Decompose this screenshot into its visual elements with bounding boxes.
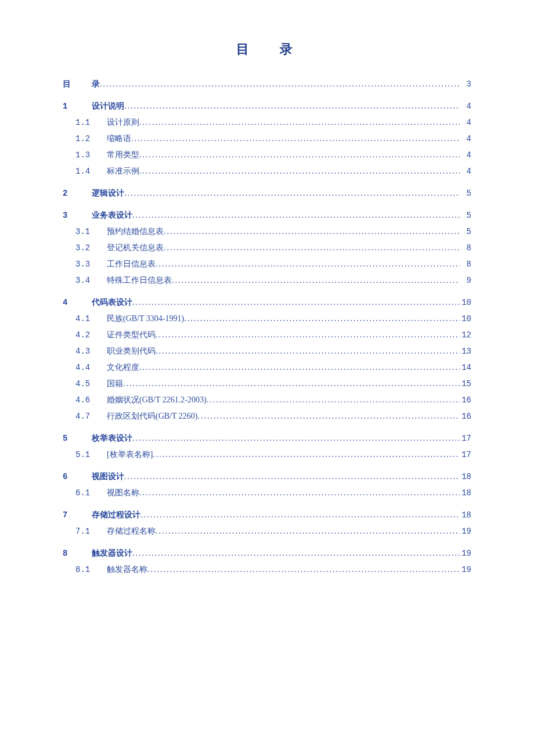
toc-entry-label: 逻辑设计 xyxy=(92,187,124,199)
toc-entry[interactable]: 6视图设计 18 xyxy=(63,470,471,483)
toc-leader-dots xyxy=(197,410,460,422)
toc-entry-page: 8 xyxy=(460,258,471,271)
toc-leader-dots xyxy=(147,563,460,575)
toc-entry-label: 常用类型 xyxy=(107,149,139,161)
toc-entry-number: 4.4 xyxy=(75,362,102,374)
toc-entry-page: 4 xyxy=(460,100,471,113)
toc-leader-dots xyxy=(131,132,460,145)
toc-leader-dots xyxy=(123,377,460,390)
toc-entry-page: 17 xyxy=(460,449,471,461)
toc-entry[interactable]: 3.2登记机关信息表 8 xyxy=(75,242,471,254)
toc-entry-label: 登记机关信息表 xyxy=(107,242,164,254)
toc-entry-page: 16 xyxy=(460,394,471,406)
toc-entry[interactable]: 4.1民族(GB/T 3304-1991) 10 xyxy=(75,312,471,325)
toc-entry-page: 4 xyxy=(460,133,471,145)
toc-entry-number: 3.3 xyxy=(75,258,102,271)
toc-entry[interactable]: 3.4特殊工作日信息表 9 xyxy=(75,274,471,287)
toc-entry-number: 4 xyxy=(63,297,89,309)
toc-entry-label: 设计说明 xyxy=(92,100,124,112)
toc-entry-page: 9 xyxy=(460,275,471,287)
toc-entry-label: 枚举表设计 xyxy=(92,432,132,444)
toc-entry-number: 4.1 xyxy=(75,313,102,325)
toc-entry[interactable]: 4.5国籍 15 xyxy=(75,377,471,390)
toc-entry[interactable]: 8触发器设计 19 xyxy=(63,547,471,560)
toc-entry[interactable]: 1设计说明 4 xyxy=(63,100,471,113)
toc-entry-number: 1.4 xyxy=(75,165,102,178)
toc-leader-dots xyxy=(184,312,460,325)
toc-entry-number: 5.1 xyxy=(75,449,102,461)
toc-leader-dots xyxy=(132,296,460,308)
toc-leader-dots xyxy=(139,487,460,499)
toc-entry[interactable]: 1.2缩略语 4 xyxy=(75,132,471,145)
toc-entry[interactable]: 1.4标准示例 4 xyxy=(75,165,471,178)
table-of-contents: 目录 31设计说明 41.1设计原则 41.2缩略语 41.3常用类型 41.4… xyxy=(63,78,471,576)
toc-entry-number: 6 xyxy=(63,471,89,483)
toc-entry-label: 婚姻状况(GB/T 2261.2-2003) xyxy=(107,394,207,406)
toc-entry[interactable]: 2逻辑设计 5 xyxy=(63,187,471,200)
toc-entry-label: [枚举表名称] xyxy=(107,448,153,460)
toc-entry-label: 存储过程设计 xyxy=(92,509,140,521)
toc-entry-number: 3.1 xyxy=(75,226,102,238)
toc-entry-number: 4.2 xyxy=(75,329,102,341)
toc-entry-page: 5 xyxy=(460,226,471,238)
toc-entry-number: 4.6 xyxy=(75,394,102,406)
toc-entry-page: 19 xyxy=(460,548,471,560)
toc-entry[interactable]: 3.3工作日信息表 8 xyxy=(75,258,471,271)
toc-leader-dots xyxy=(156,329,460,341)
toc-entry-page: 17 xyxy=(460,433,471,445)
toc-entry-label: 业务表设计 xyxy=(92,209,132,221)
toc-entry[interactable]: 4.4文化程度 14 xyxy=(75,361,471,374)
toc-entry[interactable]: 7.1存储过程名称 19 xyxy=(75,525,471,538)
toc-entry[interactable]: 5枚举表设计 17 xyxy=(63,432,471,445)
toc-entry[interactable]: 1.3常用类型 4 xyxy=(75,149,471,161)
page-title: 目录 xyxy=(63,41,471,58)
toc-entry[interactable]: 4.2证件类型代码 12 xyxy=(75,329,471,341)
toc-entry-page: 15 xyxy=(460,378,471,390)
toc-entry-number: 2 xyxy=(63,188,89,200)
toc-entry-number: 4.7 xyxy=(75,411,102,423)
toc-entry-label: 国籍 xyxy=(107,377,123,390)
toc-entry-label: 触发器名称 xyxy=(107,563,147,575)
toc-entry-page: 3 xyxy=(460,78,471,91)
toc-entry[interactable]: 1.1设计原则 4 xyxy=(75,116,471,129)
toc-entry[interactable]: 4.6婚姻状况(GB/T 2261.2-2003) 16 xyxy=(75,394,471,406)
toc-entry-number: 8.1 xyxy=(75,564,102,576)
toc-entry[interactable]: 4.3职业类别代码 13 xyxy=(75,345,471,358)
toc-entry[interactable]: 8.1触发器名称 19 xyxy=(75,563,471,576)
toc-entry-number: 1.3 xyxy=(75,149,102,161)
toc-leader-dots xyxy=(140,509,460,521)
toc-entry-label: 职业类别代码 xyxy=(107,345,156,357)
toc-entry[interactable]: 7存储过程设计 18 xyxy=(63,509,471,521)
toc-entry-label: 视图设计 xyxy=(92,470,124,483)
toc-leader-dots xyxy=(100,78,460,90)
toc-leader-dots xyxy=(139,361,460,373)
toc-entry-page: 16 xyxy=(460,411,471,423)
toc-entry[interactable]: 6.1视图名称 18 xyxy=(75,487,471,499)
toc-entry-label: 录 xyxy=(92,78,100,90)
toc-leader-dots xyxy=(207,394,460,406)
title-char-2: 录 xyxy=(280,42,298,56)
toc-entry-label: 存储过程名称 xyxy=(107,525,156,537)
toc-entry-number: 4.3 xyxy=(75,345,102,358)
toc-entry[interactable]: 3.1预约结婚信息表 5 xyxy=(75,225,471,238)
toc-leader-dots xyxy=(156,345,460,357)
toc-entry[interactable]: 3业务表设计 5 xyxy=(63,209,471,222)
toc-entry[interactable]: 4代码表设计 10 xyxy=(63,296,471,309)
toc-entry-label: 工作日信息表 xyxy=(107,258,156,270)
toc-entry-page: 19 xyxy=(460,525,471,538)
toc-entry[interactable]: 目录 3 xyxy=(63,78,471,91)
toc-entry-label: 民族(GB/T 3304-1991) xyxy=(107,312,184,325)
toc-entry-number: 1.1 xyxy=(75,117,102,129)
toc-leader-dots xyxy=(132,209,460,221)
toc-entry-page: 10 xyxy=(460,297,471,309)
toc-entry-page: 18 xyxy=(460,471,471,483)
toc-entry-page: 4 xyxy=(460,165,471,178)
toc-entry-page: 10 xyxy=(460,313,471,325)
toc-entry[interactable]: 5.1[枚举表名称] 17 xyxy=(75,448,471,461)
toc-entry-page: 19 xyxy=(460,564,471,576)
toc-leader-dots xyxy=(124,187,460,199)
title-char-1: 目 xyxy=(236,42,254,56)
toc-entry-page: 8 xyxy=(460,242,471,254)
toc-entry[interactable]: 4.7行政区划代码(GB/T 2260) 16 xyxy=(75,410,471,423)
toc-entry-label: 缩略语 xyxy=(107,132,131,145)
